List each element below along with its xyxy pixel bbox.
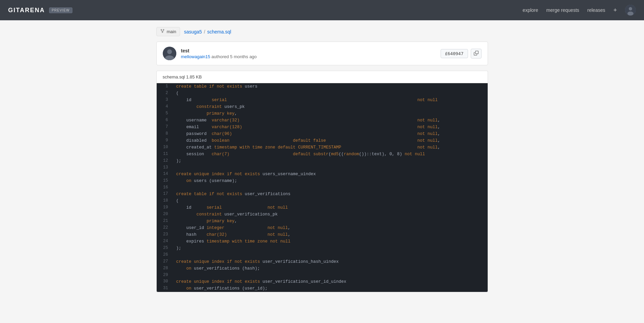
line-code: ); — [174, 158, 488, 164]
table-row: 21 primary key, — [157, 218, 488, 225]
line-number: 30 — [157, 278, 174, 285]
plus-icon[interactable]: + — [613, 7, 617, 14]
code-block[interactable]: 1create table if not exists users2(3 id … — [156, 83, 488, 292]
line-number: 13 — [157, 164, 174, 171]
code-table: 1create table if not exists users2(3 id … — [157, 83, 488, 292]
commit-author[interactable]: mellowagain15 — [181, 54, 210, 59]
table-row: 18( — [157, 198, 488, 204]
line-code: primary key, — [174, 218, 488, 225]
table-row: 4 constraint users_pk — [157, 103, 488, 110]
line-code: disabled boolean default false not null, — [174, 137, 488, 144]
line-code — [174, 272, 488, 278]
svg-point-2 — [627, 11, 634, 16]
table-row: 22 user_id integer not null, — [157, 225, 488, 231]
line-number: 23 — [157, 231, 174, 238]
line-code: constraint user_verifications_pk — [174, 211, 488, 218]
branch-badge[interactable]: main — [156, 27, 180, 36]
nav-explore[interactable]: explore — [523, 7, 538, 13]
avatar[interactable] — [625, 5, 636, 16]
commit-time: authored 5 months ago — [212, 54, 257, 59]
table-row: 7 email varchar(128) not null, — [157, 124, 488, 131]
line-number: 3 — [157, 97, 174, 103]
commit-hash-button[interactable]: £640947 — [441, 49, 468, 58]
breadcrumb-user[interactable]: sasuga5 — [184, 29, 202, 34]
line-code: session char(7) default substr(md5((rand… — [174, 151, 488, 158]
line-code: on user_verifications (hash); — [174, 265, 488, 272]
line-number: 10 — [157, 144, 174, 151]
line-code: ); — [174, 245, 488, 252]
table-row: 31 on user_verifications (user_id); — [157, 285, 488, 292]
logo: GITARENA — [8, 7, 45, 14]
line-number: 25 — [157, 245, 174, 252]
commit-box: test mellowagain15 authored 5 months ago… — [156, 42, 488, 65]
line-code: create table if not exists users — [174, 83, 488, 90]
line-number: 18 — [157, 198, 174, 204]
line-number: 11 — [157, 151, 174, 158]
main-content: main sasuga5 / schema.sql test mellowaga… — [156, 20, 488, 299]
line-code: username varchar(32) not null, — [174, 117, 488, 124]
table-row: 10 created_at timestamp with time zone d… — [157, 144, 488, 151]
table-row: 3 id serial not null — [157, 97, 488, 103]
table-row: 13 — [157, 164, 488, 171]
line-number: 16 — [157, 184, 174, 191]
table-row: 25); — [157, 245, 488, 252]
copy-hash-button[interactable] — [471, 49, 482, 59]
svg-point-4 — [167, 49, 172, 54]
line-code: create unique index if not exists users_… — [174, 171, 488, 178]
line-number: 21 — [157, 218, 174, 225]
table-row: 6 username varchar(32) not null, — [157, 117, 488, 124]
line-code: email varchar(128) not null, — [174, 124, 488, 131]
line-code — [174, 184, 488, 191]
file-viewer: schema.sql 1.85 KB 1create table if not … — [156, 71, 488, 292]
commit-avatar — [163, 47, 176, 60]
nav-releases[interactable]: releases — [587, 7, 605, 13]
line-number: 24 — [157, 238, 174, 245]
line-number: 17 — [157, 191, 174, 198]
commit-hash-area: £640947 — [441, 49, 482, 59]
table-row: 2( — [157, 90, 488, 97]
line-code: user_id integer not null, — [174, 225, 488, 231]
line-number: 28 — [157, 265, 174, 272]
line-number: 1 — [157, 83, 174, 90]
table-row: 24 expires timestamp with time zone not … — [157, 238, 488, 245]
line-number: 8 — [157, 131, 174, 137]
line-number: 9 — [157, 137, 174, 144]
line-number: 7 — [157, 124, 174, 131]
line-number: 12 — [157, 158, 174, 164]
file-name: schema.sql — [163, 74, 185, 79]
table-row: 27create unique index if not exists user… — [157, 258, 488, 265]
table-row: 17create table if not exists user_verifi… — [157, 191, 488, 198]
branch-name: main — [167, 29, 176, 34]
line-code: ( — [174, 198, 488, 204]
line-number: 4 — [157, 103, 174, 110]
table-row: 9 disabled boolean default false not nul… — [157, 137, 488, 144]
line-number: 15 — [157, 178, 174, 184]
line-code: id serial not null — [174, 204, 488, 211]
avatar-image — [625, 5, 636, 16]
branch-icon — [160, 29, 165, 34]
line-number: 5 — [157, 110, 174, 117]
file-size: 1.85 KB — [186, 74, 202, 79]
line-code: on users (username); — [174, 178, 488, 184]
line-number: 14 — [157, 171, 174, 178]
breadcrumb-file[interactable]: schema.sql — [207, 29, 231, 34]
line-code: constraint users_pk — [174, 103, 488, 110]
line-code: ( — [174, 90, 488, 97]
line-code — [174, 164, 488, 171]
table-row: 28 on user_verifications (hash); — [157, 265, 488, 272]
table-row: 29 — [157, 272, 488, 278]
table-row: 26 — [157, 252, 488, 258]
line-code: create table if not exists user_verifica… — [174, 191, 488, 198]
line-code: create unique index if not exists user_v… — [174, 258, 488, 265]
commit-info: test mellowagain15 authored 5 months ago — [181, 48, 436, 59]
table-row: 8 password char(96) not null, — [157, 131, 488, 137]
line-number: 29 — [157, 272, 174, 278]
line-number: 6 — [157, 117, 174, 124]
line-number: 19 — [157, 204, 174, 211]
nav-merge-requests[interactable]: merge requests — [546, 7, 579, 13]
commit-title: test — [181, 48, 436, 53]
table-row: 15 on users (username); — [157, 178, 488, 184]
line-code: on user_verifications (user_id); — [174, 285, 488, 292]
commit-meta: mellowagain15 authored 5 months ago — [181, 54, 436, 59]
table-row: 16 — [157, 184, 488, 191]
